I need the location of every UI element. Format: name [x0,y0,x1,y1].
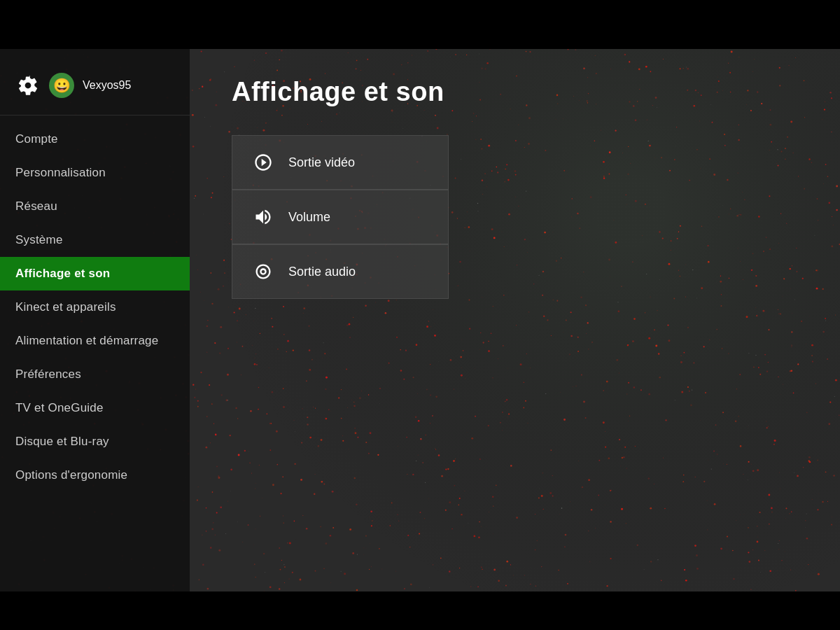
card-label-sortie-audio: Sortie audio [288,265,356,279]
menu-card-sortie-video[interactable]: Sortie vidéo [232,135,449,190]
black-bar-bottom [0,592,840,630]
sidebar-item-kinect[interactable]: Kinect et appareils [0,290,190,324]
sidebar-item-disque-bluray[interactable]: Disque et Blu-ray [0,425,190,458]
sidebar-item-preferences[interactable]: Préférences [0,358,190,391]
black-bar-top [0,0,840,49]
card-label-sortie-video: Sortie vidéo [288,155,355,170]
avatar: 😀 [49,73,74,98]
sidebar-divider [0,115,190,115]
volume-icon [252,206,274,228]
username-label: Vexyos95 [83,79,131,92]
audio-output-icon [252,260,274,283]
sidebar-header: 😀 Vexyos95 [0,63,190,115]
sidebar-item-affichage-son[interactable]: Affichage et son [0,257,190,290]
sidebar-item-reseau[interactable]: Réseau [0,190,190,223]
page-title: Affichage et son [232,77,798,107]
sidebar-nav: ComptePersonnalisationRéseauSystèmeAffic… [0,122,190,492]
menu-card-sortie-audio[interactable]: Sortie audio [232,244,449,299]
card-label-volume: Volume [288,210,330,225]
sidebar-item-compte[interactable]: Compte [0,122,190,156]
sidebar-item-systeme[interactable]: Système [0,223,190,257]
sidebar-item-personnalisation[interactable]: Personnalisation [0,156,190,190]
app-layout: 😀 Vexyos95 ComptePersonnalisationRéseauS… [0,49,840,592]
settings-icon [15,73,41,98]
sidebar: 😀 Vexyos95 ComptePersonnalisationRéseauS… [0,49,190,592]
menu-cards: Sortie vidéo Volume Sortie audio [232,135,449,299]
menu-card-volume[interactable]: Volume [232,190,449,244]
video-output-icon [252,151,274,174]
main-content: Affichage et son Sortie vidéo Volume Sor… [190,49,840,592]
sidebar-item-ergonomie[interactable]: Options d'ergonomie [0,458,190,492]
sidebar-item-tv-oneguide[interactable]: TV et OneGuide [0,391,190,425]
sidebar-item-alimentation[interactable]: Alimentation et démarrage [0,324,190,358]
